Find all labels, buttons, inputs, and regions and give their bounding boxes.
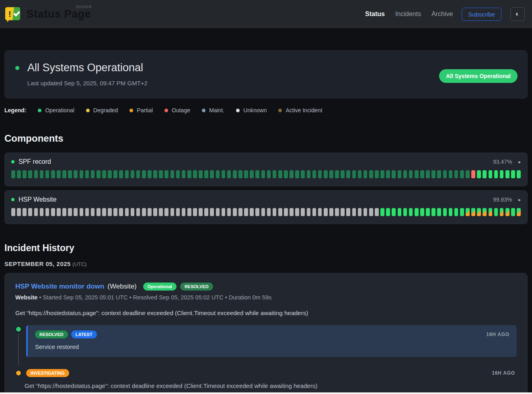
uptime-bar-darkgreen[interactable]: [324, 170, 328, 178]
uptime-bar-gray[interactable]: [125, 208, 129, 216]
uptime-bar-gray[interactable]: [222, 208, 226, 216]
uptime-bar-gray[interactable]: [244, 208, 248, 216]
uptime-bar-green[interactable]: [431, 208, 435, 216]
uptime-bar-darkgreen[interactable]: [238, 170, 242, 178]
uptime-bar-gray[interactable]: [11, 208, 15, 216]
uptime-bar-darkgreen[interactable]: [352, 170, 356, 178]
uptime-bar-green[interactable]: [505, 170, 509, 178]
uptime-bar-green[interactable]: [403, 208, 407, 216]
uptime-bar-darkgreen[interactable]: [193, 170, 197, 178]
uptime-bar-darkgreen[interactable]: [267, 170, 271, 178]
uptime-bar-darkgreen[interactable]: [97, 170, 101, 178]
uptime-bar-gray[interactable]: [375, 208, 379, 216]
uptime-bar-darkgreen[interactable]: [159, 170, 163, 178]
uptime-bar-darkgreen[interactable]: [307, 170, 311, 178]
uptime-bar-darkgreen[interactable]: [375, 170, 379, 178]
uptime-bar-darkgreen[interactable]: [358, 170, 362, 178]
uptime-bar-darkgreen[interactable]: [420, 170, 424, 178]
uptime-bar-green[interactable]: [420, 208, 424, 216]
uptime-bar-green[interactable]: [511, 208, 515, 216]
uptime-bar-darkgreen[interactable]: [346, 170, 350, 178]
uptime-bar-darkgreen[interactable]: [45, 170, 49, 178]
uptime-bar-darkgreen[interactable]: [284, 170, 288, 178]
brand[interactable]: ! Status Page hosted: [4, 5, 91, 23]
uptime-bar-green[interactable]: [386, 208, 390, 216]
uptime-bar-darkgreen[interactable]: [426, 170, 430, 178]
uptime-bar-split[interactable]: [489, 208, 493, 216]
uptime-bar-darkgreen[interactable]: [17, 170, 21, 178]
uptime-bar-gray[interactable]: [335, 208, 339, 216]
uptime-bar-darkgreen[interactable]: [392, 170, 396, 178]
uptime-bar-darkgreen[interactable]: [244, 170, 248, 178]
uptime-bar-split[interactable]: [500, 208, 504, 216]
uptime-bar-darkgreen[interactable]: [380, 170, 384, 178]
uptime-bar-darkgreen[interactable]: [11, 170, 15, 178]
uptime-bar-gray[interactable]: [113, 208, 117, 216]
uptime-bar-gray[interactable]: [119, 208, 123, 216]
uptime-bar-green[interactable]: [398, 208, 402, 216]
uptime-bar-darkgreen[interactable]: [466, 170, 470, 178]
uptime-bar-darkgreen[interactable]: [301, 170, 305, 178]
uptime-bar-gray[interactable]: [131, 208, 135, 216]
uptime-bar-darkgreen[interactable]: [216, 170, 220, 178]
uptime-bar-gray[interactable]: [250, 208, 254, 216]
uptime-bar-darkgreen[interactable]: [409, 170, 413, 178]
uptime-bar-darkgreen[interactable]: [108, 170, 112, 178]
uptime-bar-green[interactable]: [494, 208, 498, 216]
theme-toggle-button[interactable]: ◐: [510, 7, 525, 21]
uptime-bar-darkgreen[interactable]: [40, 170, 44, 178]
uptime-bar-darkgreen[interactable]: [113, 170, 117, 178]
uptime-bar-green[interactable]: [437, 208, 441, 216]
uptime-bar-darkgreen[interactable]: [28, 170, 32, 178]
uptime-bar-gray[interactable]: [216, 208, 220, 216]
uptime-bar-gray[interactable]: [148, 208, 152, 216]
uptime-bar-gray[interactable]: [62, 208, 66, 216]
uptime-bar-darkgreen[interactable]: [164, 170, 168, 178]
uptime-bar-darkgreen[interactable]: [153, 170, 157, 178]
uptime-bar-gray[interactable]: [17, 208, 21, 216]
expand-arrow-icon[interactable]: ▸: [518, 197, 521, 202]
uptime-bar-gray[interactable]: [97, 208, 101, 216]
uptime-bar-darkgreen[interactable]: [386, 170, 390, 178]
uptime-bar-gray[interactable]: [358, 208, 362, 216]
uptime-bar-darkgreen[interactable]: [227, 170, 231, 178]
uptime-bar-darkgreen[interactable]: [68, 170, 72, 178]
uptime-bar-gray[interactable]: [341, 208, 345, 216]
uptime-bar-split[interactable]: [471, 208, 475, 216]
uptime-bar-darkgreen[interactable]: [261, 170, 265, 178]
expand-arrow-icon[interactable]: ▸: [518, 159, 521, 165]
uptime-bar-gray[interactable]: [261, 208, 265, 216]
uptime-bar-green[interactable]: [483, 170, 487, 178]
uptime-bar-gray[interactable]: [108, 208, 112, 216]
uptime-bar-darkgreen[interactable]: [255, 170, 259, 178]
uptime-bar-split[interactable]: [477, 208, 481, 216]
uptime-bar-gray[interactable]: [227, 208, 231, 216]
uptime-bar-green[interactable]: [477, 170, 481, 178]
uptime-bar-darkgreen[interactable]: [398, 170, 402, 178]
uptime-bar-darkgreen[interactable]: [454, 170, 458, 178]
uptime-bar-gray[interactable]: [187, 208, 191, 216]
uptime-bar-darkgreen[interactable]: [460, 170, 464, 178]
uptime-bar-gray[interactable]: [278, 208, 282, 216]
uptime-bar-gray[interactable]: [40, 208, 44, 216]
uptime-bar-gray[interactable]: [182, 208, 186, 216]
uptime-bar-darkgreen[interactable]: [295, 170, 299, 178]
uptime-bar-gray[interactable]: [290, 208, 294, 216]
uptime-bar-gray[interactable]: [68, 208, 72, 216]
incident-title-link[interactable]: HSP Website monitor down: [15, 283, 104, 291]
uptime-bar-gray[interactable]: [28, 208, 32, 216]
uptime-bar-darkgreen[interactable]: [364, 170, 368, 178]
uptime-bar-gray[interactable]: [91, 208, 95, 216]
uptime-bar-gray[interactable]: [318, 208, 322, 216]
uptime-bar-darkgreen[interactable]: [148, 170, 152, 178]
uptime-bar-split[interactable]: [483, 208, 487, 216]
uptime-bar-green[interactable]: [443, 208, 447, 216]
uptime-bar-gray[interactable]: [204, 208, 208, 216]
uptime-bar-gray[interactable]: [364, 208, 368, 216]
uptime-bar-green[interactable]: [409, 208, 413, 216]
uptime-bar-darkgreen[interactable]: [142, 170, 146, 178]
uptime-bar-gray[interactable]: [324, 208, 328, 216]
uptime-bar-gray[interactable]: [80, 208, 84, 216]
uptime-bar-gray[interactable]: [295, 208, 299, 216]
uptime-bar-gray[interactable]: [238, 208, 242, 216]
